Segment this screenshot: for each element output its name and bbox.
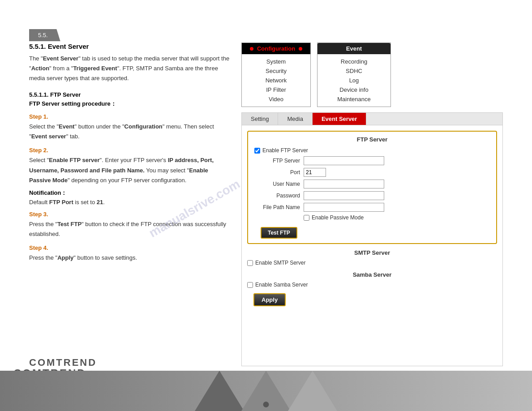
config-panel-items: System Security Network IP Filter Video	[242, 54, 310, 107]
event-panel-items: Recording SDHC Log Device info Maintenan…	[317, 54, 390, 107]
section-intro: The "Event Server" tab is used to setup …	[29, 54, 231, 83]
username-row: User Name	[254, 180, 490, 188]
step-1-text: Select the "Event" button under the "Con…	[29, 122, 231, 141]
event-panel-header: Event	[317, 43, 390, 54]
subsection-title: 5.5.1.1. FTP Server	[29, 91, 231, 98]
smtp-server-section: SMTP Server Enable SMTP Server	[247, 249, 497, 266]
event-item-log[interactable]: Log	[317, 76, 390, 85]
subsection-subtitle: FTP Server setting procedure：	[29, 100, 231, 108]
notification-label: Notification：	[29, 189, 231, 197]
step-4-label: Step 4.	[29, 244, 231, 251]
event-item-sdhc[interactable]: SDHC	[317, 66, 390, 76]
config-item-network[interactable]: Network	[242, 76, 310, 85]
ftp-server-title: FTP Server	[254, 136, 490, 143]
test-ftp-container: Test FTP	[254, 224, 490, 239]
filepath-row: File Path Name	[254, 203, 490, 212]
footer-area	[0, 371, 532, 411]
filepath-label: File Path Name	[254, 204, 304, 210]
tab-setting[interactable]: Setting	[242, 113, 278, 125]
event-item-recording[interactable]: Recording	[317, 57, 390, 66]
config-panel: Configuration System Security Network IP…	[241, 43, 311, 107]
config-dot-right	[299, 47, 302, 51]
samba-server-title: Samba Server	[247, 271, 497, 278]
footer-center-dot	[263, 402, 269, 407]
username-label: User Name	[254, 181, 304, 187]
config-item-video[interactable]: Video	[242, 94, 310, 104]
port-row: Port	[254, 168, 490, 177]
section-title: 5.5.1. Event Server	[29, 43, 231, 50]
step-3-label: Step 3.	[29, 211, 231, 218]
nav-panels: Configuration System Security Network IP…	[241, 43, 503, 107]
password-label: Password	[254, 193, 304, 199]
event-panel: Event Recording SDHC Log Device info Mai…	[317, 43, 391, 107]
section-tab: 5.5.	[29, 29, 60, 41]
step-2-text: Select "Enable FTP server". Enter your F…	[29, 155, 231, 185]
tab-media[interactable]: Media	[278, 113, 312, 125]
enable-ftp-label: Enable FTP Server	[262, 147, 308, 154]
enable-smtp-checkbox[interactable]	[247, 260, 253, 266]
event-item-maintenance[interactable]: Maintenance	[317, 94, 390, 104]
settings-tabs: Setting Media Event Server	[242, 113, 502, 125]
username-input[interactable]	[304, 180, 384, 188]
apply-button[interactable]: Apply	[253, 293, 286, 306]
passive-mode-row: Enable Passive Mode	[304, 214, 490, 221]
enable-ftp-row: Enable FTP Server	[254, 147, 490, 154]
password-input[interactable]	[304, 191, 384, 200]
event-item-deviceinfo[interactable]: Device info	[317, 85, 390, 94]
step-4-text: Press the "Apply" button to save setting…	[29, 253, 231, 263]
settings-panel: Setting Media Event Server FTP Server En…	[241, 112, 503, 366]
left-column: 5.5.1. Event Server The "Event Server" t…	[29, 43, 231, 366]
footer-tri-right	[288, 371, 337, 411]
ftp-server-row: FTP Server	[254, 156, 490, 165]
ftp-server-box: FTP Server Enable FTP Server FTP Server …	[247, 131, 497, 244]
notification-text: Default FTP Port is set to 21.	[29, 199, 231, 206]
filepath-input[interactable]	[304, 203, 384, 212]
port-input[interactable]	[304, 168, 326, 177]
footer-shapes	[196, 371, 336, 411]
config-panel-title: Configuration	[257, 45, 295, 52]
port-label: Port	[254, 169, 304, 176]
enable-smtp-row: Enable SMTP Server	[247, 260, 497, 266]
config-item-security[interactable]: Security	[242, 66, 310, 76]
ftp-server-label: FTP Server	[254, 158, 304, 164]
samba-server-section: Samba Server Enable Samba Server	[247, 271, 497, 288]
tab-event-server[interactable]: Event Server	[313, 113, 367, 125]
brand-name: COMTREND	[29, 357, 97, 368]
password-row: Password	[254, 191, 490, 200]
settings-content: FTP Server Enable FTP Server FTP Server …	[242, 125, 502, 312]
config-dot-left	[250, 47, 253, 51]
enable-samba-label: Enable Samba Server	[255, 282, 308, 288]
config-item-system[interactable]: System	[242, 57, 310, 66]
config-item-ipfilter[interactable]: IP Filter	[242, 85, 310, 94]
smtp-server-title: SMTP Server	[247, 249, 497, 256]
step-1-label: Step 1.	[29, 113, 231, 120]
step-2-label: Step 2.	[29, 147, 231, 154]
enable-smtp-label: Enable SMTP Server	[255, 260, 306, 266]
right-column: Configuration System Security Network IP…	[241, 43, 503, 366]
passive-mode-checkbox[interactable]	[304, 215, 309, 221]
apply-container: Apply	[247, 293, 497, 306]
passive-mode-label: Enable Passive Mode	[312, 214, 364, 221]
brand-container: COMTREND	[29, 357, 97, 368]
enable-ftp-checkbox[interactable]	[254, 148, 260, 154]
footer-tri-left	[195, 371, 244, 411]
test-ftp-button[interactable]: Test FTP	[261, 227, 297, 239]
ftp-server-input[interactable]	[304, 156, 384, 165]
enable-samba-checkbox[interactable]	[247, 282, 253, 288]
enable-samba-row: Enable Samba Server	[247, 282, 497, 288]
config-panel-header: Configuration	[242, 43, 310, 54]
step-3-text: Press the "Test FTP" button to check if …	[29, 219, 231, 239]
